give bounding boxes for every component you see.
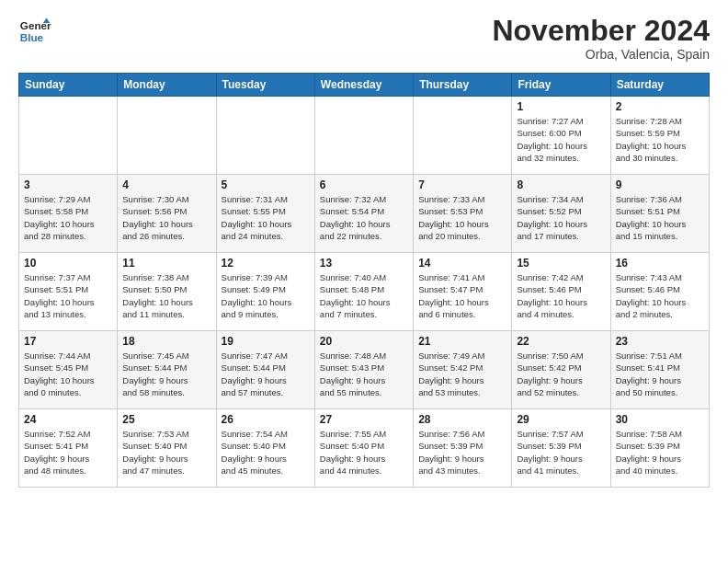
- calendar-cell-3-0: 17Sunrise: 7:44 AM Sunset: 5:45 PM Dayli…: [19, 331, 118, 409]
- day-info: Sunrise: 7:51 AM Sunset: 5:41 PM Dayligh…: [616, 350, 704, 398]
- day-info: Sunrise: 7:37 AM Sunset: 5:51 PM Dayligh…: [24, 271, 112, 320]
- day-number: 29: [517, 413, 605, 426]
- day-number: 22: [517, 335, 605, 348]
- calendar-cell-3-5: 22Sunrise: 7:50 AM Sunset: 5:42 PM Dayli…: [512, 331, 610, 409]
- day-number: 5: [222, 178, 310, 191]
- day-number: 15: [517, 257, 605, 270]
- weekday-header-friday: Friday: [512, 74, 610, 97]
- header: General Blue General Blue November 2024 …: [18, 15, 710, 62]
- day-number: 18: [122, 335, 210, 348]
- day-info: Sunrise: 7:29 AM Sunset: 5:58 PM Dayligh…: [24, 193, 112, 242]
- calendar-cell-2-6: 16Sunrise: 7:43 AM Sunset: 5:46 PM Dayli…: [610, 253, 709, 331]
- day-number: 10: [24, 257, 112, 270]
- month-title: November 2024: [492, 15, 710, 47]
- location: Orba, Valencia, Spain: [492, 47, 710, 62]
- calendar-cell-2-0: 10Sunrise: 7:37 AM Sunset: 5:51 PM Dayli…: [19, 253, 118, 331]
- calendar-cell-1-3: 6Sunrise: 7:32 AM Sunset: 5:54 PM Daylig…: [314, 175, 413, 253]
- day-info: Sunrise: 7:30 AM Sunset: 5:56 PM Dayligh…: [122, 193, 210, 242]
- calendar-cell-3-2: 19Sunrise: 7:47 AM Sunset: 5:44 PM Dayli…: [216, 331, 314, 409]
- day-info: Sunrise: 7:39 AM Sunset: 5:49 PM Dayligh…: [222, 271, 310, 320]
- day-number: 6: [320, 178, 408, 191]
- weekday-header-tuesday: Tuesday: [216, 74, 314, 97]
- day-number: 26: [222, 413, 310, 426]
- calendar-cell-4-3: 27Sunrise: 7:55 AM Sunset: 5:40 PM Dayli…: [314, 409, 413, 488]
- day-info: Sunrise: 7:28 AM Sunset: 5:59 PM Dayligh…: [616, 115, 704, 164]
- day-info: Sunrise: 7:32 AM Sunset: 5:54 PM Dayligh…: [320, 193, 408, 242]
- day-number: 17: [24, 335, 112, 348]
- day-number: 21: [418, 335, 506, 348]
- day-number: 25: [122, 413, 210, 426]
- day-info: Sunrise: 7:55 AM Sunset: 5:40 PM Dayligh…: [320, 428, 408, 477]
- day-number: 16: [616, 257, 704, 270]
- day-info: Sunrise: 7:54 AM Sunset: 5:40 PM Dayligh…: [222, 428, 310, 477]
- day-info: Sunrise: 7:42 AM Sunset: 5:46 PM Dayligh…: [517, 271, 605, 320]
- day-number: 1: [517, 100, 605, 113]
- day-info: Sunrise: 7:53 AM Sunset: 5:40 PM Dayligh…: [122, 428, 210, 477]
- day-info: Sunrise: 7:48 AM Sunset: 5:43 PM Dayligh…: [320, 350, 408, 398]
- day-number: 24: [24, 413, 112, 426]
- day-info: Sunrise: 7:40 AM Sunset: 5:48 PM Dayligh…: [320, 271, 408, 320]
- day-info: Sunrise: 7:38 AM Sunset: 5:50 PM Dayligh…: [122, 271, 210, 320]
- calendar-cell-1-1: 4Sunrise: 7:30 AM Sunset: 5:56 PM Daylig…: [118, 175, 216, 253]
- day-info: Sunrise: 7:43 AM Sunset: 5:46 PM Dayligh…: [616, 271, 704, 320]
- day-info: Sunrise: 7:50 AM Sunset: 5:42 PM Dayligh…: [517, 350, 605, 398]
- day-number: 7: [418, 178, 506, 191]
- weekday-header-sunday: Sunday: [19, 74, 118, 97]
- weekday-header-saturday: Saturday: [610, 74, 709, 97]
- calendar-cell-0-6: 2Sunrise: 7:28 AM Sunset: 5:59 PM Daylig…: [610, 97, 709, 175]
- day-number: 30: [616, 413, 704, 426]
- logo: General Blue General Blue: [18, 15, 51, 48]
- svg-text:Blue: Blue: [20, 31, 44, 43]
- day-info: Sunrise: 7:57 AM Sunset: 5:39 PM Dayligh…: [517, 428, 605, 477]
- calendar-cell-2-1: 11Sunrise: 7:38 AM Sunset: 5:50 PM Dayli…: [118, 253, 216, 331]
- day-info: Sunrise: 7:34 AM Sunset: 5:52 PM Dayligh…: [517, 193, 605, 242]
- calendar-cell-2-2: 12Sunrise: 7:39 AM Sunset: 5:49 PM Dayli…: [216, 253, 314, 331]
- day-info: Sunrise: 7:58 AM Sunset: 5:39 PM Dayligh…: [616, 428, 704, 477]
- day-number: 20: [320, 335, 408, 348]
- calendar-cell-3-1: 18Sunrise: 7:45 AM Sunset: 5:44 PM Dayli…: [118, 331, 216, 409]
- day-number: 4: [122, 178, 210, 191]
- calendar-cell-2-4: 14Sunrise: 7:41 AM Sunset: 5:47 PM Dayli…: [414, 253, 512, 331]
- calendar-cell-3-4: 21Sunrise: 7:49 AM Sunset: 5:42 PM Dayli…: [414, 331, 512, 409]
- day-info: Sunrise: 7:31 AM Sunset: 5:55 PM Dayligh…: [222, 193, 310, 242]
- calendar-cell-1-2: 5Sunrise: 7:31 AM Sunset: 5:55 PM Daylig…: [216, 175, 314, 253]
- day-number: 28: [418, 413, 506, 426]
- calendar-cell-0-2: [216, 97, 314, 175]
- weekday-header-wednesday: Wednesday: [314, 74, 413, 97]
- day-number: 3: [24, 178, 112, 191]
- calendar-cell-1-4: 7Sunrise: 7:33 AM Sunset: 5:53 PM Daylig…: [414, 175, 512, 253]
- calendar-cell-0-1: [118, 97, 216, 175]
- generalblue-logo-icon: General Blue: [18, 15, 51, 48]
- weekday-header-monday: Monday: [118, 74, 216, 97]
- day-number: 2: [616, 100, 704, 113]
- day-number: 12: [222, 257, 310, 270]
- calendar-cell-2-3: 13Sunrise: 7:40 AM Sunset: 5:48 PM Dayli…: [314, 253, 413, 331]
- day-number: 9: [616, 178, 704, 191]
- calendar-cell-0-4: [414, 97, 512, 175]
- weekday-header-thursday: Thursday: [414, 74, 512, 97]
- day-info: Sunrise: 7:45 AM Sunset: 5:44 PM Dayligh…: [122, 350, 210, 398]
- calendar-cell-0-5: 1Sunrise: 7:27 AM Sunset: 6:00 PM Daylig…: [512, 97, 610, 175]
- day-number: 8: [517, 178, 605, 191]
- calendar-cell-4-4: 28Sunrise: 7:56 AM Sunset: 5:39 PM Dayli…: [414, 409, 512, 488]
- day-number: 13: [320, 257, 408, 270]
- calendar-cell-4-0: 24Sunrise: 7:52 AM Sunset: 5:41 PM Dayli…: [19, 409, 118, 488]
- day-info: Sunrise: 7:47 AM Sunset: 5:44 PM Dayligh…: [222, 350, 310, 398]
- day-info: Sunrise: 7:41 AM Sunset: 5:47 PM Dayligh…: [418, 271, 506, 320]
- day-info: Sunrise: 7:27 AM Sunset: 6:00 PM Dayligh…: [517, 115, 605, 164]
- calendar-cell-4-6: 30Sunrise: 7:58 AM Sunset: 5:39 PM Dayli…: [610, 409, 709, 488]
- page: General Blue General Blue November 2024 …: [0, 0, 728, 502]
- day-info: Sunrise: 7:44 AM Sunset: 5:45 PM Dayligh…: [24, 350, 112, 398]
- calendar-cell-4-1: 25Sunrise: 7:53 AM Sunset: 5:40 PM Dayli…: [118, 409, 216, 488]
- calendar: SundayMondayTuesdayWednesdayThursdayFrid…: [18, 73, 710, 488]
- calendar-cell-0-0: [19, 97, 118, 175]
- day-number: 27: [320, 413, 408, 426]
- calendar-cell-3-3: 20Sunrise: 7:48 AM Sunset: 5:43 PM Dayli…: [314, 331, 413, 409]
- calendar-cell-1-6: 9Sunrise: 7:36 AM Sunset: 5:51 PM Daylig…: [610, 175, 709, 253]
- day-info: Sunrise: 7:52 AM Sunset: 5:41 PM Dayligh…: [24, 428, 112, 477]
- day-number: 23: [616, 335, 704, 348]
- calendar-cell-2-5: 15Sunrise: 7:42 AM Sunset: 5:46 PM Dayli…: [512, 253, 610, 331]
- title-block: November 2024 Orba, Valencia, Spain: [492, 15, 710, 62]
- calendar-cell-1-5: 8Sunrise: 7:34 AM Sunset: 5:52 PM Daylig…: [512, 175, 610, 253]
- day-number: 19: [222, 335, 310, 348]
